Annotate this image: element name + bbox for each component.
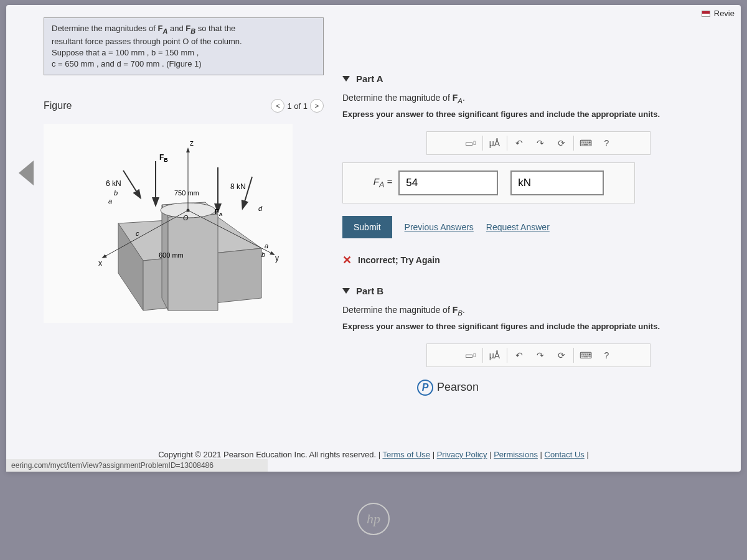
- incorrect-icon: ✕: [342, 253, 352, 267]
- svg-text:z: z: [190, 139, 194, 147]
- answer-unit-input[interactable]: [510, 170, 604, 195]
- part-b-header[interactable]: Part B: [342, 286, 735, 296]
- svg-text:750 mm: 750 mm: [174, 189, 199, 197]
- request-answer-link[interactable]: Request Answer: [486, 222, 550, 232]
- pearson-logo-icon: P: [417, 380, 433, 396]
- status-url: eering.com/myct/itemView?assignmentProbl…: [6, 459, 268, 472]
- keyboard-icon[interactable]: ⌨: [575, 347, 596, 364]
- privacy-link[interactable]: Privacy Policy: [437, 450, 487, 459]
- terms-link[interactable]: Terms of Use: [382, 450, 430, 459]
- figure-pagination: < 1 of 1 >: [271, 99, 324, 113]
- part-a-header[interactable]: Part A: [342, 73, 735, 84]
- footer: Copyright © 2021 Pearson Education Inc. …: [6, 450, 741, 459]
- reset-icon[interactable]: ⟳: [551, 134, 572, 152]
- template-icon[interactable]: ▭▯: [460, 134, 481, 152]
- feedback-message: ✕ Incorrect; Try Again: [342, 253, 735, 267]
- flag-icon: [702, 11, 710, 17]
- chevron-down-icon: [342, 76, 350, 82]
- svg-text:d: d: [258, 205, 263, 212]
- undo-icon[interactable]: ↶: [509, 347, 530, 364]
- svg-marker-5: [168, 214, 218, 310]
- part-b-prompt: Determine the magnitude of FB.: [342, 305, 735, 317]
- svg-text:8 kN: 8 kN: [230, 182, 246, 191]
- part-b-label: Part B: [356, 286, 383, 296]
- answer-toolbar-a: ▭▯ μÅ ↶ ↷ ⟳ ⌨ ?: [426, 131, 651, 155]
- figure-prev-button[interactable]: <: [271, 99, 284, 113]
- svg-text:y: y: [275, 254, 279, 263]
- figure-page-label: 1 of 1: [287, 101, 308, 111]
- part-a-prompt: Determine the magnitude of FA.: [342, 93, 735, 105]
- redo-icon[interactable]: ↷: [530, 134, 551, 152]
- part-b-instructions: Express your answer to three significant…: [342, 322, 735, 331]
- svg-text:600 mm: 600 mm: [159, 251, 184, 259]
- keyboard-icon[interactable]: ⌨: [575, 134, 596, 152]
- answer-label-fa: FA =: [374, 176, 392, 189]
- svg-text:FB: FB: [159, 153, 168, 163]
- undo-icon[interactable]: ↶: [509, 134, 530, 152]
- part-a-instructions: Express your answer to three significant…: [342, 110, 735, 119]
- svg-text:a: a: [108, 197, 112, 205]
- svg-text:6 kN: 6 kN: [106, 179, 121, 188]
- redo-icon[interactable]: ↷: [530, 347, 551, 364]
- pearson-badge: P Pearson: [342, 380, 735, 396]
- svg-line-14: [243, 177, 252, 208]
- units-icon[interactable]: μÅ: [484, 347, 505, 364]
- svg-text:b: b: [261, 251, 265, 258]
- figure-title: Figure: [44, 100, 72, 111]
- review-link[interactable]: Revie: [714, 9, 735, 18]
- submit-button[interactable]: Submit: [342, 216, 392, 238]
- units-icon[interactable]: μÅ: [484, 134, 505, 152]
- svg-text:x: x: [98, 259, 102, 268]
- help-icon[interactable]: ?: [596, 134, 618, 152]
- chevron-down-icon: [342, 288, 350, 294]
- svg-text:b: b: [114, 189, 118, 197]
- svg-line-12: [123, 170, 140, 197]
- permissions-link[interactable]: Permissions: [494, 450, 538, 459]
- svg-text:c: c: [136, 230, 139, 237]
- reset-icon[interactable]: ⟳: [551, 347, 572, 364]
- answer-value-input[interactable]: [398, 170, 498, 195]
- help-icon[interactable]: ?: [596, 347, 618, 364]
- template-icon[interactable]: ▭▯: [460, 347, 481, 364]
- contact-link[interactable]: Contact Us: [545, 450, 585, 459]
- top-bar: Revie: [695, 5, 741, 22]
- figure-diagram: z x y FB FA 6 kN 8 kN b a d a b c 750 mm: [44, 124, 293, 323]
- part-a-label: Part A: [356, 73, 383, 84]
- hp-logo-icon: hp: [357, 503, 390, 535]
- part-a-section: Part A Determine the magnitude of FA. Ex…: [342, 73, 735, 267]
- answer-toolbar-b: ▭▯ μÅ ↶ ↷ ⟳ ⌨ ?: [426, 343, 651, 367]
- previous-answers-link[interactable]: Previous Answers: [405, 222, 474, 232]
- figure-next-button[interactable]: >: [310, 99, 324, 113]
- svg-text:a: a: [265, 242, 268, 250]
- svg-text:O: O: [183, 214, 189, 222]
- part-b-section: Part B Determine the magnitude of FB. Ex…: [342, 286, 735, 396]
- problem-statement: Determine the magnitudes of FA and FB so…: [44, 17, 324, 75]
